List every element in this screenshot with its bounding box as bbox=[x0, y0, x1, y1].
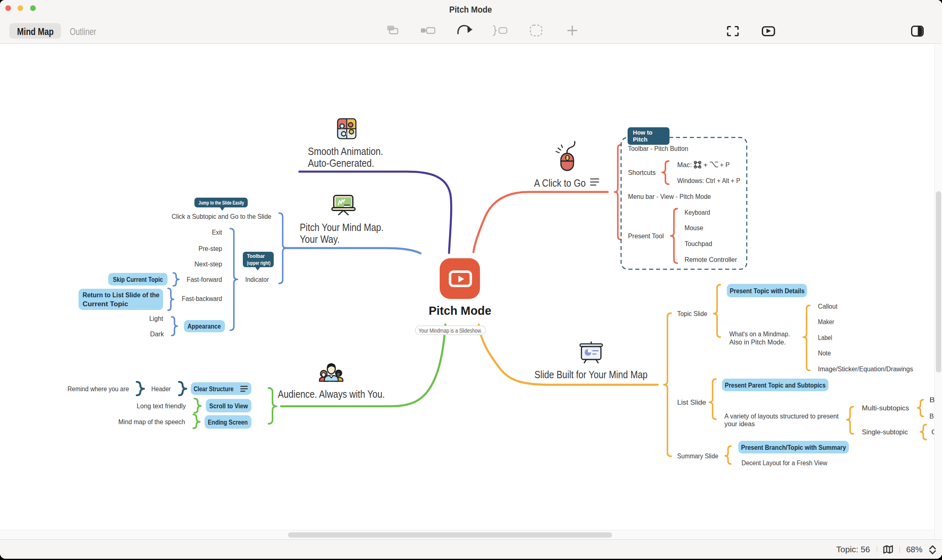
svg-text:Indicator: Indicator bbox=[245, 276, 269, 283]
svg-text:Remote Controller: Remote Controller bbox=[685, 256, 737, 264]
svg-text:Toolbar: Toolbar bbox=[247, 253, 265, 259]
svg-text:Keyboard: Keyboard bbox=[685, 209, 710, 216]
svg-text:Mac:: Mac: bbox=[677, 161, 692, 169]
svg-text:Windows: Ctrl + Alt + P: Windows: Ctrl + Alt + P bbox=[677, 177, 740, 185]
svg-text:Fast-backward: Fast-backward bbox=[182, 295, 222, 303]
svg-text:Dark: Dark bbox=[150, 330, 164, 338]
svg-text:Mind Map: Mind Map bbox=[17, 26, 54, 37]
svg-text:Toolbar - Pitch Button: Toolbar - Pitch Button bbox=[628, 145, 688, 153]
svg-text:Also in Pitch Mode.: Also in Pitch Mode. bbox=[729, 338, 786, 346]
svg-text:Callout: Callout bbox=[818, 303, 837, 310]
svg-text:Light: Light bbox=[149, 315, 163, 322]
svg-text:Mouse: Mouse bbox=[685, 224, 703, 232]
svg-text:A variety of layouts structure: A variety of layouts structured to prese… bbox=[724, 412, 839, 420]
svg-text:Touchpad: Touchpad bbox=[685, 240, 712, 248]
svg-text:Your Mindmap is a Slideshow.: Your Mindmap is a Slideshow. bbox=[419, 327, 482, 334]
svg-text:Skip Current Topic: Skip Current Topic bbox=[113, 276, 163, 283]
svg-text:Pitch Your Mind Map.: Pitch Your Mind Map. bbox=[300, 222, 384, 233]
svg-text:A Click to Go: A Click to Go bbox=[534, 177, 586, 189]
svg-text:Note: Note bbox=[818, 349, 831, 357]
svg-text:Decent Layout for a Fresh View: Decent Layout for a Fresh View bbox=[741, 459, 828, 467]
svg-text:How to: How to bbox=[633, 129, 652, 136]
svg-text:Present Branch/Topic with Summ: Present Branch/Topic with Summary bbox=[741, 444, 846, 451]
svg-text:Click a Subtopic and Go to the: Click a Subtopic and Go to the Slide bbox=[172, 213, 271, 220]
svg-text:Shortcuts: Shortcuts bbox=[628, 169, 656, 176]
svg-text:68%: 68% bbox=[906, 545, 922, 554]
svg-text:Auto-Generated.: Auto-Generated. bbox=[308, 157, 374, 169]
svg-text:Scroll to View: Scroll to View bbox=[209, 402, 249, 410]
svg-text:Pre-step: Pre-step bbox=[198, 245, 222, 253]
svg-text:Single-subtopic: Single-subtopic bbox=[862, 428, 908, 436]
svg-text:Your Way.: Your Way. bbox=[300, 233, 340, 245]
svg-text:List Slide: List Slide bbox=[677, 399, 706, 406]
svg-text:Return to List Slide of the: Return to List Slide of the bbox=[83, 291, 159, 299]
svg-text:Exit: Exit bbox=[212, 229, 222, 236]
svg-text:Multi-subtopics: Multi-subtopics bbox=[862, 404, 909, 412]
svg-text:Maker: Maker bbox=[818, 318, 834, 326]
svg-text:Mind map of the speech: Mind map of the speech bbox=[118, 418, 185, 426]
svg-text:Header: Header bbox=[151, 385, 171, 393]
svg-text:Slide Built for Your Mind Map: Slide Built for Your Mind Map bbox=[534, 369, 648, 380]
svg-text:Fast-forward: Fast-forward bbox=[187, 276, 222, 283]
svg-text:Current Topic: Current Topic bbox=[83, 300, 128, 308]
svg-text:Menu bar - View - Pitch Mode: Menu bar - View - Pitch Mode bbox=[628, 193, 711, 200]
svg-text:What's on a Mindmap.: What's on a Mindmap. bbox=[729, 330, 790, 338]
svg-text:Topic Slide: Topic Slide bbox=[677, 310, 707, 318]
svg-text:(upper right): (upper right) bbox=[247, 260, 270, 266]
svg-text:Smooth Animation.: Smooth Animation. bbox=[308, 146, 383, 157]
svg-text:Pitch Mode: Pitch Mode bbox=[429, 304, 491, 317]
svg-text:Clear Structure: Clear Structure bbox=[194, 385, 233, 393]
svg-text:Next-step: Next-step bbox=[194, 260, 222, 268]
svg-text:Topic: 56: Topic: 56 bbox=[836, 545, 870, 554]
svg-text:Present Tool: Present Tool bbox=[628, 232, 664, 240]
svg-text:Ending Screen: Ending Screen bbox=[208, 418, 248, 426]
svg-text:Pitch: Pitch bbox=[633, 136, 648, 143]
svg-text:Long text friendly: Long text friendly bbox=[137, 402, 186, 410]
svg-text:Image/Sticker/Equation/Drawing: Image/Sticker/Equation/Drawings bbox=[818, 365, 913, 373]
svg-text:Present Parent Topic and Subto: Present Parent Topic and Subtopics bbox=[725, 381, 826, 389]
svg-text:Present Topic with Details: Present Topic with Details bbox=[730, 287, 805, 295]
svg-text:Outliner: Outliner bbox=[70, 26, 96, 37]
svg-text:Jump to the Slide Easily: Jump to the Slide Easily bbox=[198, 200, 244, 206]
svg-text:Appearance: Appearance bbox=[188, 322, 221, 330]
svg-text:+: + bbox=[703, 161, 708, 169]
svg-text:Remind where you are: Remind where you are bbox=[68, 385, 129, 393]
svg-text:your ideas: your ideas bbox=[724, 420, 755, 428]
svg-text:Pitch Mode: Pitch Mode bbox=[449, 4, 492, 15]
svg-text:+ P: + P bbox=[720, 161, 730, 169]
svg-text:Label: Label bbox=[818, 334, 832, 342]
svg-text:Summary Slide: Summary Slide bbox=[677, 452, 718, 460]
svg-text:Audience. Always with You.: Audience. Always with You. bbox=[278, 388, 385, 400]
